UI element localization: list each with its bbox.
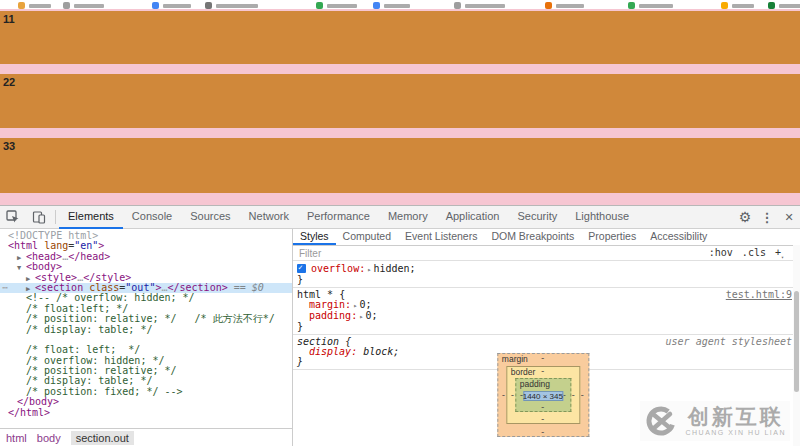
breadcrumb-html[interactable]: html — [6, 432, 27, 444]
more-actions-icon[interactable]: ⋯ — [2, 283, 8, 293]
device-toolbar-icon[interactable] — [26, 206, 52, 228]
bookmarks-bar[interactable] — [0, 0, 800, 9]
box-model-content[interactable]: 1440 × 345 — [523, 391, 563, 401]
border-bottom-value[interactable]: - — [540, 414, 545, 424]
stylesheet-source-link[interactable]: test.html:9 — [726, 290, 792, 300]
code-token: > — [98, 240, 104, 251]
tab-network[interactable]: Network — [240, 206, 298, 229]
bookmark-favicon-icon — [628, 2, 635, 9]
box-model-padding[interactable]: padding - - - 1440 × 345 — [515, 378, 571, 412]
code-token: /* display: table; */ — [26, 324, 152, 335]
tab-performance[interactable]: Performance — [298, 206, 379, 229]
border-right-value[interactable]: - — [570, 390, 575, 400]
bookmark-label — [216, 4, 258, 8]
bookmark-item[interactable] — [721, 2, 754, 9]
tab-dom-breakpoints[interactable]: DOM Breakpoints — [484, 229, 581, 245]
rule-close-brace: } — [297, 321, 303, 332]
margin-right-value[interactable]: - — [579, 390, 584, 400]
margin-top-value[interactable]: - — [540, 353, 545, 363]
style-rule-overflow[interactable]: overflow:hidden; } — [293, 261, 800, 288]
style-rule-html-star[interactable]: html * {test.html:9 margin:0; padding:0;… — [293, 288, 800, 335]
elements-panel[interactable]: <!DOCTYPE html><html lang="en">▶<head>…<… — [0, 229, 293, 446]
block-label: 22 — [0, 74, 800, 88]
breadcrumb-body[interactable]: body — [37, 432, 61, 444]
tab-properties[interactable]: Properties — [581, 229, 643, 245]
css-property-value[interactable]: 0; — [359, 299, 371, 310]
box-model-margin[interactable]: margin - - - - border - - - - padding — [497, 353, 589, 437]
bookmark-label — [779, 4, 800, 8]
bookmark-item[interactable] — [316, 2, 357, 9]
bookmark-item[interactable] — [768, 2, 800, 9]
tree-line[interactable]: /* display: table; */ — [0, 325, 292, 335]
bookmark-favicon-icon — [768, 2, 775, 9]
code-token: </style> — [83, 272, 131, 283]
tab-sources[interactable]: Sources — [181, 206, 239, 229]
styles-filter-input[interactable] — [299, 248, 709, 259]
bookmark-item[interactable] — [454, 2, 505, 9]
margin-bottom-value[interactable]: - — [540, 427, 545, 437]
tab-styles[interactable]: Styles — [293, 229, 336, 245]
toolbar-right-controls — [734, 206, 800, 228]
code-token: /* overflow: hidden; */ — [26, 355, 164, 366]
rule-close-brace: } — [297, 274, 303, 285]
tab-lighthouse[interactable]: Lighthouse — [566, 206, 638, 229]
scrollbar-thumb[interactable] — [794, 291, 799, 392]
class-toggle[interactable]: .cls — [742, 247, 766, 260]
code-token: /* float: left; */ — [26, 344, 140, 355]
bookmark-label — [163, 4, 191, 8]
breadcrumb-section-out[interactable]: section.out — [71, 431, 134, 445]
box-model-diagram[interactable]: margin - - - - border - - - - padding — [497, 353, 589, 437]
tab-accessibility[interactable]: Accessibility — [643, 229, 714, 245]
bookmark-favicon-icon — [721, 2, 728, 9]
tab-memory[interactable]: Memory — [379, 206, 437, 229]
section-block-1: 11 — [0, 11, 800, 64]
tab-elements[interactable]: Elements — [59, 206, 123, 229]
bookmark-label — [384, 4, 410, 8]
close-devtools-icon[interactable] — [778, 206, 800, 228]
tab-event-listeners[interactable]: Event Listeners — [398, 229, 484, 245]
css-property-value[interactable]: 0; — [365, 310, 377, 321]
bookmark-item[interactable] — [18, 2, 51, 9]
css-property-name[interactable]: display: — [309, 346, 357, 357]
rule-close-brace: } — [297, 356, 303, 367]
more-options-icon[interactable] — [756, 206, 778, 228]
tab-security[interactable]: Security — [508, 206, 566, 229]
padding-bottom-value[interactable]: - — [540, 402, 545, 412]
bookmark-item[interactable] — [628, 2, 673, 9]
toolbar-divider — [55, 210, 56, 224]
new-rule-button[interactable]: + — [775, 247, 784, 260]
css-property-value[interactable]: block; — [363, 346, 399, 357]
code-token: <head> — [26, 251, 62, 262]
bookmark-item[interactable] — [152, 2, 191, 9]
css-property-name[interactable]: margin: — [309, 299, 351, 310]
bookmark-item[interactable] — [545, 2, 584, 9]
bookmark-label — [639, 4, 673, 8]
inspect-element-icon[interactable] — [0, 206, 26, 228]
box-model-border[interactable]: border - - - - padding - - - 1 — [506, 366, 580, 424]
bookmark-item[interactable] — [205, 2, 258, 9]
hover-state-toggle[interactable]: :hov — [709, 247, 733, 260]
border-label: border — [511, 367, 536, 377]
code-token: </html> — [8, 407, 50, 418]
css-property-name[interactable]: overflow: — [311, 263, 365, 274]
tab-computed[interactable]: Computed — [336, 229, 398, 245]
code-token: /* position: relative; */ — [26, 365, 177, 376]
devtools-toolbar: ElementsConsoleSourcesNetworkPerformance… — [0, 206, 800, 229]
bookmark-item[interactable] — [373, 2, 410, 9]
settings-gear-icon[interactable] — [734, 206, 756, 228]
tab-application[interactable]: Application — [437, 206, 509, 229]
devtools-tabs: ElementsConsoleSourcesNetworkPerformance… — [59, 206, 638, 229]
border-top-value[interactable]: - — [540, 366, 545, 376]
section-block-2: 22 — [0, 74, 800, 128]
tab-console[interactable]: Console — [123, 206, 181, 229]
css-property-value[interactable]: hidden; — [373, 263, 415, 274]
styles-scrollbar[interactable] — [793, 245, 800, 446]
bookmark-item[interactable] — [63, 2, 104, 9]
code-token: <style> — [35, 272, 77, 283]
css-property-name[interactable]: padding: — [309, 310, 357, 321]
tree-line[interactable]: </html> — [0, 408, 292, 418]
property-checkbox[interactable] — [297, 264, 306, 273]
bookmark-favicon-icon — [316, 2, 323, 9]
bookmark-favicon-icon — [454, 2, 461, 9]
page-content: 11 22 33 — [0, 9, 800, 205]
